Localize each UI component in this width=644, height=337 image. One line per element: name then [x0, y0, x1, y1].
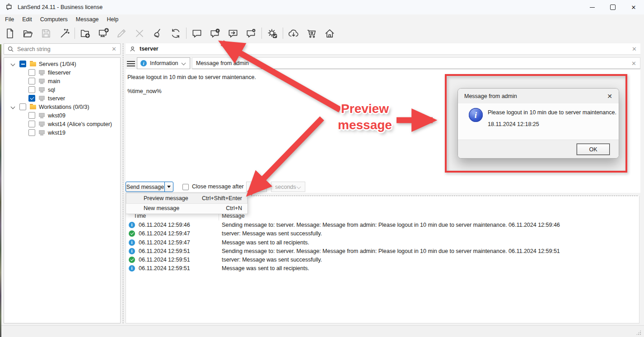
search-clear-icon[interactable]: ✕: [112, 46, 117, 52]
tree-checkbox[interactable]: [28, 86, 35, 93]
tree-row[interactable]: tserver: [4, 94, 120, 103]
log-message: Sending message to: tserver. Message: Me…: [222, 248, 560, 254]
tree-row[interactable]: wkst09: [4, 111, 120, 120]
chevron-down-icon: [182, 61, 186, 65]
tree-node-icon: [38, 130, 46, 136]
message-title-input[interactable]: Message from admin ✕: [192, 57, 640, 69]
menu-item[interactable]: Help: [103, 15, 123, 23]
chevron-down-icon[interactable]: [9, 61, 17, 68]
tree-row[interactable]: wkst19: [4, 128, 120, 137]
cloud-download-icon[interactable]: [285, 24, 303, 42]
message-options-icon[interactable]: [242, 24, 260, 42]
tree-node-icon: [38, 70, 46, 75]
context-menu-label: Preview message: [144, 195, 188, 201]
send-bar: Send message Close message after seconds: [126, 181, 640, 193]
tree-node-label: sql: [48, 87, 55, 93]
settings-check-icon[interactable]: [263, 24, 281, 42]
close-after-checkbox[interactable]: [182, 184, 189, 190]
log-row[interactable]: 06.11.2024 12:59:47 tserver: Message was…: [126, 229, 639, 238]
add-group-icon[interactable]: [76, 24, 94, 42]
panel-splitter[interactable]: [123, 43, 123, 323]
recipients-clear-icon[interactable]: ✕: [632, 46, 637, 52]
send-message-button[interactable]: Send message: [126, 182, 173, 192]
search-input[interactable]: Search string ✕: [4, 43, 121, 55]
log-row[interactable]: 06.11.2024 12:59:51 tserver: Message was…: [126, 256, 639, 264]
context-menu-item[interactable]: Preview message Ctrl+Shift+Enter: [126, 193, 247, 203]
log-message: Message was sent to all recipients.: [222, 239, 309, 246]
tree-checkbox[interactable]: [28, 95, 35, 102]
tree-row[interactable]: sql: [4, 85, 120, 94]
tree-node-icon: [38, 87, 46, 93]
tree-checkbox[interactable]: [28, 112, 35, 119]
toolbar-separator: [283, 28, 283, 39]
tree-checkbox[interactable]: [28, 78, 35, 84]
tree-row[interactable]: wkst14 (Alice's computer): [4, 120, 120, 128]
menu-item[interactable]: Computers: [36, 15, 72, 23]
log-time: 06.11.2024 12:59:47: [139, 230, 190, 237]
add-computer-icon[interactable]: [94, 24, 112, 42]
tree-checkbox[interactable]: [28, 69, 35, 76]
message-type-select[interactable]: i Information: [137, 57, 190, 69]
refresh-icon[interactable]: [167, 24, 185, 42]
tree-node-label: main: [48, 78, 60, 84]
tree-row[interactable]: fileserver: [4, 68, 120, 77]
tree-node-icon: [29, 104, 37, 110]
preview-message-icon[interactable]: [206, 24, 224, 42]
ok-button[interactable]: OK: [577, 144, 610, 155]
save-icon[interactable]: [37, 24, 55, 42]
tree-checkbox[interactable]: [28, 129, 35, 136]
log-time: 06.11.2024 12:59:51: [139, 257, 190, 263]
tree-row[interactable]: Servers (1/0/4): [4, 60, 120, 68]
compose-header: i Information Message from admin ✕: [126, 57, 640, 69]
maximize-button[interactable]: [602, 0, 623, 14]
log-row[interactable]: 06.11.2024 12:59:46 Sending message to: …: [126, 221, 639, 229]
tree-checkbox[interactable]: [19, 61, 26, 67]
wizard-icon[interactable]: [55, 24, 73, 42]
preview-dialog-body: i Please logout in 10 min due to server …: [458, 103, 619, 140]
message-icon[interactable]: [188, 24, 206, 42]
chevron-down-icon: [297, 185, 301, 189]
clear-icon[interactable]: [149, 24, 167, 42]
title-clear-icon[interactable]: ✕: [631, 60, 636, 67]
preview-dialog-footer: OK: [458, 140, 619, 159]
menu-item[interactable]: File: [1, 15, 18, 23]
chevron-down-icon[interactable]: [9, 103, 17, 111]
menu-item[interactable]: Message: [72, 15, 103, 23]
home-icon[interactable]: [321, 24, 339, 42]
log-status-icon: [129, 222, 135, 228]
buy-cart-icon[interactable]: [303, 24, 321, 42]
seconds-spinner[interactable]: [246, 182, 267, 192]
delete-icon[interactable]: [131, 24, 149, 42]
tree-node-label: tserver: [48, 95, 65, 102]
preview-dialog-close-icon[interactable]: ✕: [607, 93, 612, 100]
tree-row[interactable]: main: [4, 77, 120, 85]
open-folder-icon[interactable]: [19, 24, 37, 42]
time-unit-select[interactable]: seconds: [271, 182, 305, 192]
tree-checkbox[interactable]: [28, 121, 35, 127]
log-row[interactable]: 06.11.2024 12:59:51 Message was sent to …: [126, 264, 639, 273]
options-menu-icon[interactable]: [127, 60, 135, 66]
log-status-icon: [129, 248, 135, 254]
person-icon: [129, 46, 136, 52]
log-message: Sending message to: tserver. Message: Me…: [222, 222, 560, 228]
close-button[interactable]: ✕: [623, 0, 644, 14]
send-dropdown-arrow[interactable]: [164, 182, 173, 192]
log-rows: 06.11.2024 12:59:46 Sending message to: …: [126, 221, 639, 273]
log-row[interactable]: 06.11.2024 12:59:47 Message was sent to …: [126, 239, 639, 247]
recipients-field[interactable]: tserver ✕: [126, 43, 640, 55]
menu-item[interactable]: Edit: [18, 15, 36, 23]
log-message: tserver: Message was sent successfully.: [222, 230, 322, 237]
tree-row[interactable]: Workstations (0/0/3): [4, 103, 120, 111]
log-row[interactable]: 06.11.2024 12:59:51 Sending message to: …: [126, 247, 639, 256]
context-menu-item[interactable]: New message Ctrl+N: [126, 203, 247, 213]
new-file-icon[interactable]: [1, 24, 19, 42]
resize-grip[interactable]: [636, 330, 641, 335]
log-status-icon: [129, 239, 135, 246]
minimize-button[interactable]: [582, 0, 602, 14]
tree-checkbox[interactable]: [19, 103, 26, 110]
recipients-value: tserver: [140, 46, 632, 52]
edit-icon[interactable]: [112, 24, 131, 42]
log-status-icon: [129, 257, 135, 263]
log-panel: Time Message 06.11.2024 12:59:46 Sending…: [126, 196, 639, 323]
send-message-icon[interactable]: [224, 24, 242, 42]
